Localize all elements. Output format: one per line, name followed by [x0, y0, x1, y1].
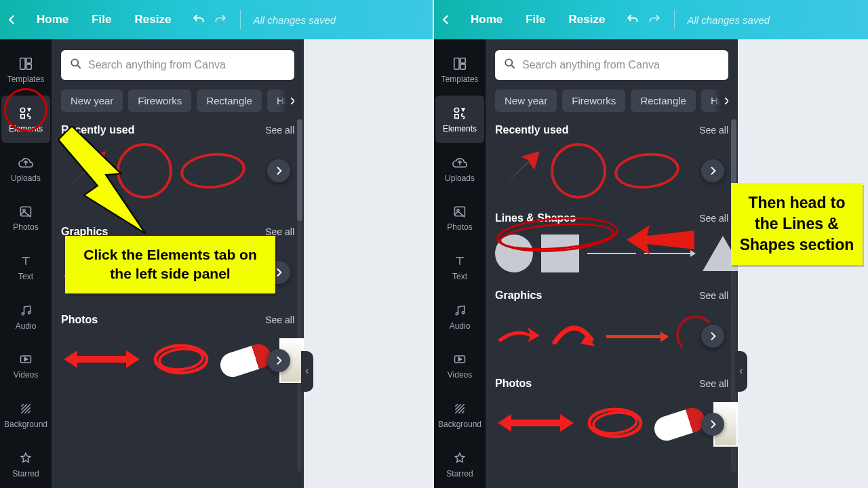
search-input[interactable] [88, 59, 286, 71]
rail-videos[interactable]: Videos [435, 342, 484, 390]
element-photo-oval-scribble[interactable] [151, 340, 212, 381]
element-red-arrow[interactable] [495, 147, 542, 195]
strip-next-button[interactable] [701, 325, 724, 348]
rail-uploads[interactable]: Uploads [1, 144, 50, 192]
chip-happy[interactable]: Happ [701, 89, 728, 112]
redo-icon[interactable] [213, 12, 228, 27]
rail-photos[interactable]: Photos [435, 194, 484, 242]
search-icon [69, 57, 83, 73]
rail-label: Text [452, 272, 467, 281]
search-icon [503, 57, 517, 73]
svg-point-3 [20, 108, 24, 112]
back-icon[interactable] [439, 13, 453, 26]
strip-next-button[interactable] [267, 349, 290, 372]
svg-rect-2 [26, 64, 31, 69]
see-all-link[interactable]: See all [699, 213, 728, 224]
see-all-link[interactable]: See all [265, 314, 294, 325]
templates-icon [18, 56, 34, 72]
strip-next-button[interactable] [701, 413, 724, 436]
nav-file[interactable]: File [86, 10, 117, 29]
chip-new-year[interactable]: New year [61, 89, 123, 112]
audio-icon [452, 302, 468, 319]
chip-rectangle[interactable]: Rectangle [631, 89, 696, 112]
nav-file[interactable]: File [520, 10, 551, 29]
rail-background[interactable]: Background [435, 391, 484, 439]
collapse-panel-button[interactable] [735, 351, 747, 392]
element-red-ellipse[interactable] [613, 150, 682, 192]
nav-resize[interactable]: Resize [564, 10, 611, 29]
element-shape-circle[interactable] [495, 235, 533, 272]
search-input[interactable] [522, 59, 720, 71]
svg-rect-4 [21, 207, 31, 216]
chip-new-year[interactable]: New year [495, 89, 557, 112]
element-graphic-arrow[interactable] [495, 319, 542, 353]
undo-icon[interactable] [625, 12, 640, 27]
rail-background[interactable]: Background [1, 391, 50, 439]
chip-happy[interactable]: Happ [267, 89, 294, 112]
nav-home[interactable]: Home [465, 10, 508, 29]
svg-rect-13 [460, 58, 465, 63]
rail-label: Starred [12, 469, 39, 479]
audio-icon [18, 302, 34, 319]
redo-icon[interactable] [647, 12, 662, 27]
rail-uploads[interactable]: Uploads [435, 144, 484, 192]
element-red-circle[interactable] [551, 143, 606, 199]
suggestion-chips: New year Fireworks Rectangle Happ [495, 89, 728, 112]
rail-label: Text [18, 272, 33, 281]
nav-resize[interactable]: Resize [130, 10, 177, 29]
star-icon [18, 450, 34, 466]
element-photo-marker[interactable] [217, 341, 273, 380]
chip-rectangle[interactable]: Rectangle [197, 89, 262, 112]
element-shape-square[interactable] [541, 235, 579, 272]
rail-label: Audio [16, 321, 37, 331]
element-graphic-curve-arrow[interactable] [551, 319, 598, 353]
back-icon[interactable] [5, 13, 19, 26]
section-graphics: Graphics See all [495, 289, 728, 365]
search-box[interactable] [61, 50, 294, 80]
rail-templates[interactable]: Templates [1, 46, 50, 94]
rail-elements[interactable]: Elements [435, 96, 484, 144]
section-title: Photos [61, 314, 98, 326]
rail-elements[interactable]: Elements [1, 96, 50, 144]
element-photo-double-arrow[interactable] [61, 348, 142, 373]
rail-starred[interactable]: Starred [1, 440, 50, 488]
strip-next-button[interactable] [701, 159, 724, 182]
see-all-link[interactable]: See all [265, 125, 294, 136]
chip-fireworks[interactable]: Fireworks [128, 89, 191, 112]
undo-icon[interactable] [191, 12, 206, 27]
rail-starred[interactable]: Starred [435, 440, 484, 488]
rail-text[interactable]: Text [1, 243, 50, 291]
see-all-link[interactable]: See all [699, 125, 728, 136]
strip-next-button[interactable] [267, 159, 290, 182]
chip-fireworks[interactable]: Fireworks [562, 89, 625, 112]
see-all-link[interactable]: See all [699, 378, 728, 389]
separator [674, 10, 675, 29]
see-all-link[interactable]: See all [699, 290, 728, 301]
element-photo-marker[interactable] [651, 405, 707, 444]
top-bar: Home File Resize All changes saved [434, 0, 868, 39]
element-photo-oval-scribble[interactable] [585, 404, 646, 445]
text-icon [18, 253, 34, 269]
rail-text[interactable]: Text [435, 243, 484, 291]
rail-templates[interactable]: Templates [435, 46, 484, 94]
rail-label: Templates [7, 75, 45, 84]
element-graphic-line-arrow[interactable] [606, 335, 667, 338]
nav-home[interactable]: Home [31, 10, 74, 29]
element-photo-double-arrow[interactable] [495, 411, 576, 437]
scrollbar-thumb[interactable] [297, 119, 302, 221]
collapse-panel-button[interactable] [301, 351, 313, 392]
search-box[interactable] [495, 50, 728, 80]
rail-photos[interactable]: Photos [1, 194, 50, 242]
rail-audio[interactable]: Audio [1, 292, 50, 340]
templates-icon [452, 56, 468, 72]
section-photos: Photos See all [61, 314, 294, 390]
rail-label: Photos [13, 222, 38, 232]
save-status: All changes saved [687, 14, 770, 26]
element-red-ellipse[interactable] [179, 150, 248, 192]
svg-point-21 [505, 59, 512, 66]
annotation-arrow-yellow [58, 126, 146, 237]
svg-rect-1 [26, 58, 31, 63]
canvas-area[interactable] [304, 39, 433, 488]
rail-videos[interactable]: Videos [1, 342, 50, 390]
rail-audio[interactable]: Audio [435, 292, 484, 340]
